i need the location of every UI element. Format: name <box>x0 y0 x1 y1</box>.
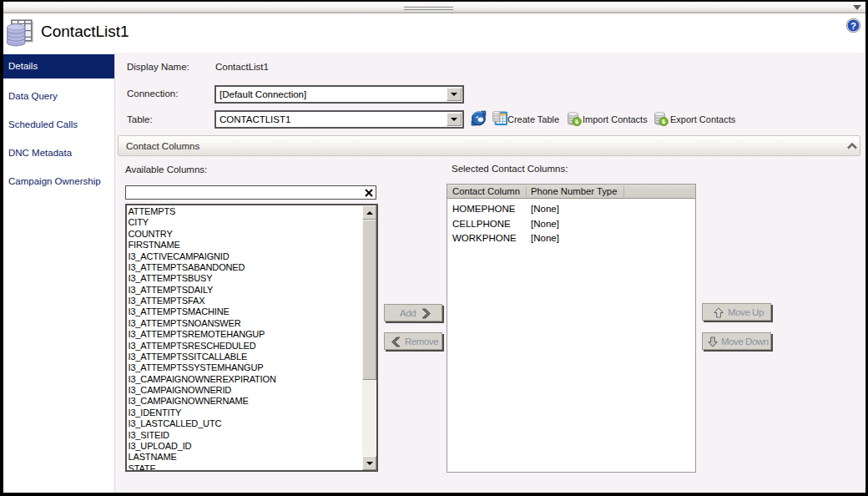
svg-text:?: ? <box>850 21 856 31</box>
